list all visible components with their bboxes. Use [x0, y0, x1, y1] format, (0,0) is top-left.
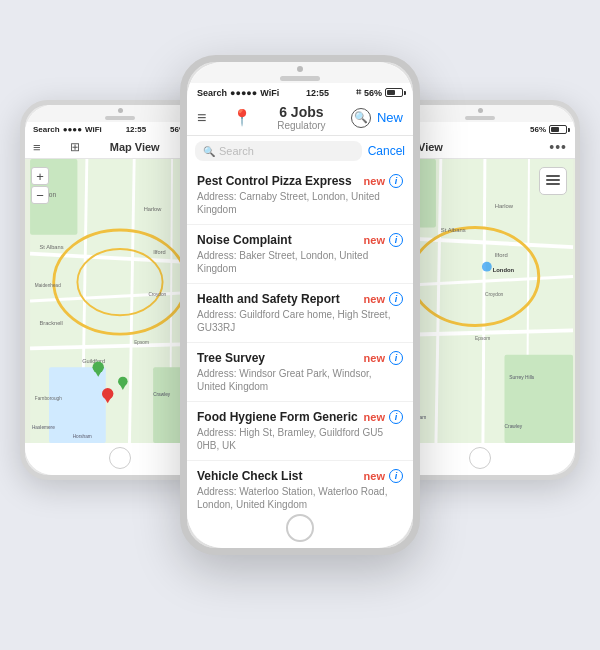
job-item-5[interactable]: Vehicle Check List new i Address: Waterl… — [187, 461, 413, 510]
svg-text:Epsom: Epsom — [134, 340, 149, 345]
job-item-4[interactable]: Food Hygiene Form Generic new i Address:… — [187, 402, 413, 461]
new-badge-5: new — [364, 470, 385, 482]
svg-rect-52 — [546, 175, 560, 177]
jobs-count: 6 Jobs — [277, 104, 325, 120]
zoom-controls-left: + − — [31, 167, 49, 204]
job-list: Pest Control Pizza Express new i Address… — [187, 166, 413, 510]
job-title-1: Noise Complaint — [197, 233, 364, 247]
svg-text:St Albans: St Albans — [441, 227, 466, 233]
new-badge-2: new — [364, 293, 385, 305]
job-badges-1: new i — [364, 233, 403, 247]
job-item-0[interactable]: Pest Control Pizza Express new i Address… — [187, 166, 413, 225]
job-address-0: Address: Carnaby Street, London, United … — [197, 190, 403, 216]
svg-text:Guildford: Guildford — [82, 358, 105, 364]
layers-button-right[interactable] — [539, 167, 567, 195]
info-icon-0[interactable]: i — [389, 174, 403, 188]
job-item-2[interactable]: Health and Safety Report new i Address: … — [187, 284, 413, 343]
svg-text:Croydon: Croydon — [485, 292, 504, 297]
svg-rect-53 — [546, 179, 560, 181]
status-search-center: Search — [197, 88, 227, 98]
status-bar-center: Search ●●●●● WiFi 12:55 ⌗ 56% — [187, 83, 413, 100]
svg-rect-11 — [49, 367, 106, 443]
battery-pct-right: 56% — [530, 125, 546, 134]
job-address-5: Address: Waterloo Station, Waterloo Road… — [197, 485, 403, 510]
grid-icon-left[interactable]: ⊞ — [70, 140, 80, 154]
svg-text:Epsom: Epsom — [475, 336, 490, 341]
job-item-1[interactable]: Noise Complaint new i Address: Baker Str… — [187, 225, 413, 284]
job-address-1: Address: Baker Street, London, United Ki… — [197, 249, 403, 275]
svg-text:St Albans: St Albans — [40, 244, 64, 250]
search-icon-center: 🔍 — [203, 146, 215, 157]
job-title-4: Food Hygiene Form Generic — [197, 410, 364, 424]
zoom-in-left[interactable]: + — [31, 167, 49, 185]
nav-right-group: 🔍 New — [351, 108, 403, 128]
svg-text:Crawley: Crawley — [153, 392, 171, 397]
job-address-4: Address: High St, Bramley, Guildford GU5… — [197, 426, 403, 452]
job-badges-3: new i — [364, 351, 403, 365]
job-title-5: Vehicle Check List — [197, 469, 364, 483]
nav-bar-center: ≡ 📍 6 Jobs Regulatory 🔍 New — [187, 100, 413, 136]
job-address-3: Address: Windsor Great Park, Windsor, Un… — [197, 367, 403, 393]
signal-left: ●●●● — [63, 125, 82, 134]
new-badge-4: new — [364, 411, 385, 423]
bt-center: ⌗ — [356, 87, 361, 98]
svg-text:Bracknell: Bracknell — [40, 320, 63, 326]
new-badge-3: new — [364, 352, 385, 364]
svg-text:Haslemere: Haslemere — [32, 425, 55, 430]
cancel-button[interactable]: Cancel — [368, 144, 405, 158]
info-icon-3[interactable]: i — [389, 351, 403, 365]
job-badges-0: new i — [364, 174, 403, 188]
new-label[interactable]: New — [377, 110, 403, 125]
home-indicator-center — [187, 510, 413, 548]
svg-text:Farnborough: Farnborough — [35, 396, 62, 401]
svg-text:Surrey Hills: Surrey Hills — [509, 375, 534, 380]
scene: Search ●●●● WiFi 12:55 56% ≡ ⊞ Map View … — [0, 0, 600, 650]
info-icon-1[interactable]: i — [389, 233, 403, 247]
search-input-placeholder: Search — [219, 145, 354, 157]
status-search-left: Search — [33, 125, 60, 134]
wifi-center: WiFi — [260, 88, 279, 98]
search-button-center[interactable]: 🔍 — [351, 108, 371, 128]
svg-text:Harlow: Harlow — [144, 206, 163, 212]
hamburger-left[interactable]: ≡ — [33, 140, 41, 155]
svg-text:Harlow: Harlow — [495, 203, 514, 209]
svg-rect-54 — [546, 183, 560, 185]
jobs-subtitle: Regulatory — [277, 120, 325, 131]
hamburger-center[interactable]: ≡ — [197, 109, 206, 127]
svg-point-50 — [482, 262, 492, 272]
info-icon-4[interactable]: i — [389, 410, 403, 424]
job-badges-5: new i — [364, 469, 403, 483]
wifi-left: WiFi — [85, 125, 102, 134]
more-dots-right[interactable]: ••• — [549, 139, 567, 155]
svg-text:London: London — [493, 267, 515, 273]
job-title-3: Tree Survey — [197, 351, 364, 365]
phone-center: Search ●●●●● WiFi 12:55 ⌗ 56% ≡ 📍 6 Jobs… — [180, 55, 420, 555]
pin-icon-center: 📍 — [232, 108, 252, 127]
info-icon-5[interactable]: i — [389, 469, 403, 483]
time-center: 12:55 — [306, 88, 329, 98]
job-badges-4: new i — [364, 410, 403, 424]
job-badges-2: new i — [364, 292, 403, 306]
svg-text:Crawley: Crawley — [504, 424, 522, 429]
battery-pct-center: 56% — [364, 88, 382, 98]
svg-text:Horsham: Horsham — [73, 434, 92, 439]
svg-text:Croydon: Croydon — [148, 292, 166, 297]
job-title-2: Health and Safety Report — [197, 292, 364, 306]
time-left: 12:55 — [126, 125, 146, 134]
new-badge-0: new — [364, 175, 385, 187]
nav-title-center: 6 Jobs Regulatory — [277, 104, 325, 131]
zoom-out-left[interactable]: − — [31, 186, 49, 204]
svg-text:Maidenhead: Maidenhead — [35, 283, 61, 288]
job-address-2: Address: Guildford Care home, High Stree… — [197, 308, 403, 334]
svg-text:Ilford: Ilford — [495, 252, 508, 258]
svg-text:Ilford: Ilford — [153, 249, 166, 255]
svg-rect-40 — [504, 355, 573, 443]
job-title-0: Pest Control Pizza Express — [197, 174, 364, 188]
job-item-3[interactable]: Tree Survey new i Address: Windsor Great… — [187, 343, 413, 402]
new-badge-1: new — [364, 234, 385, 246]
signal-center: ●●●●● — [230, 88, 257, 98]
map-view-title-left: Map View — [110, 141, 160, 153]
svg-line-36 — [483, 159, 485, 443]
info-icon-2[interactable]: i — [389, 292, 403, 306]
search-input-wrap[interactable]: 🔍 Search — [195, 141, 362, 161]
